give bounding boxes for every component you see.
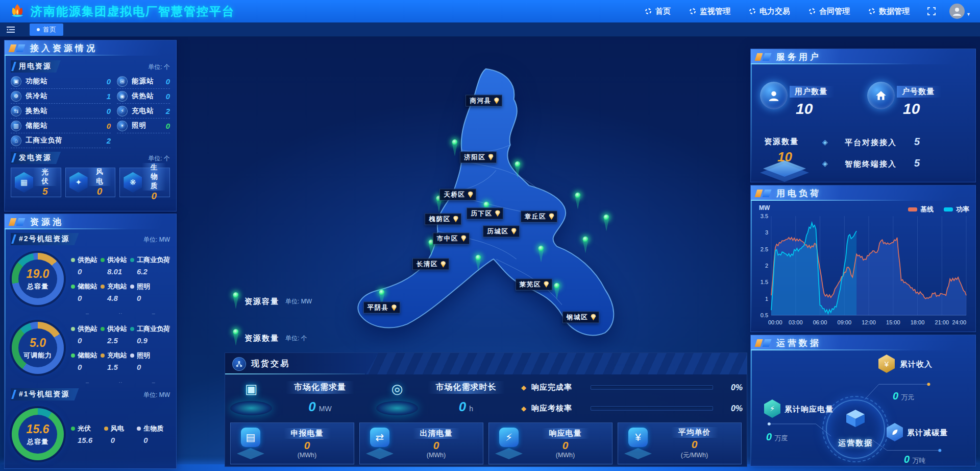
legend-name: 供冷站 — [107, 324, 127, 334]
pool-donut-row: 5.0可调能力供热站0供冷站2.5工商业负荷0.9储能站0充电站1.5照明0 — [11, 316, 170, 380]
district-marker[interactable]: 槐荫区 — [425, 213, 461, 225]
legend-baseline: 基线 — [908, 205, 934, 214]
house-icon — [875, 89, 887, 102]
nav-item-4[interactable]: 合同管理 — [808, 7, 850, 16]
user-icon — [767, 89, 780, 102]
panel-title: 资源池 — [30, 216, 64, 228]
nav-item-2[interactable]: 监视管理 — [689, 7, 730, 16]
svg-text:MW: MW — [759, 204, 770, 211]
dashboard-stage: 商河县济阳区天桥区历下区章丘区槐荫区历城区市中区长清区莱芜区平阴县钢城区 资源容… — [0, 37, 980, 471]
response-power-icon: ⚡ — [494, 427, 524, 460]
accent-orange — [755, 53, 763, 61]
map-pin-icon — [391, 304, 397, 311]
market-duration-label: 市场化需求时长 — [428, 381, 505, 394]
panel-header: 服务用户 — [751, 49, 975, 64]
nav-item-5[interactable]: 数据管理 — [868, 7, 910, 16]
donut-chart: 5.0可调能力 — [12, 322, 64, 374]
district-name: 长清区 — [416, 260, 438, 269]
avatar[interactable] — [949, 4, 965, 19]
accent-orange — [755, 339, 763, 347]
spot-card-title: 申报电量 — [284, 428, 331, 439]
cooling-station-icon: ❆ — [11, 91, 21, 102]
donut-legend: 光伏15.6风电0生物质0 — [71, 424, 170, 444]
legend-name: 照明 — [137, 351, 150, 360]
resource-row: ◉供热站0 — [117, 89, 170, 104]
account-count-badge — [867, 82, 895, 109]
legend-dot-icon — [71, 427, 75, 431]
legend-name: 储能站 — [78, 282, 97, 291]
gen-card-value: 0 — [88, 186, 112, 197]
carbon-label: 累计减碳量 — [907, 428, 948, 438]
district-marker[interactable]: 市中区 — [433, 232, 470, 244]
subsection-generate: 发电资源 — [11, 152, 61, 164]
district-marker[interactable]: 历城区 — [483, 225, 520, 237]
svg-text:3: 3 — [765, 229, 768, 236]
menu-ring-icon — [689, 8, 696, 15]
user-menu[interactable]: ▼ — [949, 4, 971, 19]
resource-beacon-icon — [451, 139, 458, 158]
district-marker[interactable]: 莱芜区 — [516, 278, 552, 290]
industry-load-icon: ⌂ — [11, 135, 21, 146]
district-name: 天桥区 — [444, 190, 465, 199]
nav-item-3[interactable]: 电力交易 — [749, 7, 790, 16]
nav-item-1[interactable]: 首页 — [645, 7, 671, 16]
resource-value: 1 — [107, 92, 111, 101]
district-marker[interactable]: 商河县 — [465, 95, 502, 107]
tab-spot-trading[interactable]: 现货交易 — [225, 353, 378, 374]
panel-resource-pool: 资源池 #2号机组资源单位: MW19.0总容量供热站0供冷站8.01工商业负荷… — [4, 214, 177, 469]
svg-text:21:00: 21:00 — [935, 319, 949, 325]
district-marker[interactable]: 历下区 — [467, 207, 503, 219]
svg-text:1: 1 — [765, 296, 768, 302]
heating-station-icon: ◉ — [117, 91, 128, 102]
scroll-hint: –··– — [71, 311, 170, 316]
chevron-down-icon: ▼ — [966, 12, 971, 17]
legend-dot-icon — [71, 285, 75, 289]
district-marker[interactable]: 平阴县 — [363, 302, 400, 314]
pool-group-tag: #2号机组资源 — [11, 233, 79, 245]
map-legend-unit: 单位: 个 — [285, 334, 307, 343]
legend-value: 0 — [111, 436, 137, 444]
fullscreen-icon[interactable] — [927, 7, 936, 16]
donut-label: 总容量 — [27, 282, 48, 291]
map-pin-icon — [440, 261, 446, 268]
legend-item: 光伏15.6 — [71, 424, 104, 444]
user-count-value: 10 — [796, 100, 813, 117]
resource-name: 功能站 — [26, 77, 48, 86]
map-legend-unit: 单位: MW — [285, 297, 312, 306]
svg-text:09:00: 09:00 — [838, 319, 852, 325]
legend-value: 6.2 — [137, 267, 170, 276]
user-count-badge — [760, 82, 788, 109]
income-value: 0万元 — [893, 390, 914, 402]
district-marker[interactable]: 天桥区 — [439, 189, 476, 200]
clearing-energy-icon: ⇄ — [365, 427, 395, 460]
collapse-sidebar-icon[interactable] — [6, 26, 15, 33]
assessment-rate-row: ◆ 响应考核率 0% — [521, 404, 743, 413]
legend-item: 充电站4.8 — [101, 282, 130, 302]
app-header: 济南能源集团虚拟电厂智慧管控平台 首页监视管理电力交易合同管理数据管理 ▼ — [0, 0, 980, 22]
spot-card-unit: (元/MWh) — [653, 451, 736, 460]
resource-beacon-icon — [574, 193, 581, 211]
resource-value: 0 — [107, 107, 111, 115]
legend-dot-icon — [71, 258, 75, 262]
gen-card-name: 风电 — [88, 168, 112, 186]
district-marker[interactable]: 章丘区 — [521, 210, 557, 222]
district-marker[interactable]: 长清区 — [412, 258, 449, 270]
legend-dot-icon — [101, 285, 105, 289]
consume-resource-list: ▣功能站0⊞能源站0❆供冷站1◉供热站0⇆换热站0⚡充电站2▥储能站0☀照明0⌂… — [11, 74, 170, 148]
panel-operations: 运营数据 运营数据 ¥ 累计收入 0万元 ⚡ — [750, 335, 976, 466]
function-station-icon: ▣ — [11, 76, 21, 87]
market-duration: 市场化需求时长 0h — [419, 381, 513, 415]
generate-resource-cards: ▦光伏5✦风电0❋生物质0 — [11, 168, 170, 197]
diamond-icon: ◆ — [521, 405, 526, 412]
district-marker[interactable]: 钢城区 — [562, 311, 599, 323]
donut-value: 15.6 — [27, 422, 50, 436]
district-name: 商河县 — [470, 97, 491, 105]
beacon-icon — [232, 292, 239, 311]
tab-home[interactable]: 首页 — [30, 23, 63, 36]
legend-value: 0 — [143, 436, 170, 444]
storage-station-icon: ▥ — [11, 121, 21, 131]
panel-access-resources: 接入资源情况 用电资源 单位: 个 ▣功能站0⊞能源站0❆供冷站1◉供热站0⇆换… — [4, 40, 177, 211]
district-marker[interactable]: 济阳区 — [460, 151, 497, 163]
accent-blue — [16, 218, 26, 226]
district-name: 平阴县 — [368, 303, 389, 312]
